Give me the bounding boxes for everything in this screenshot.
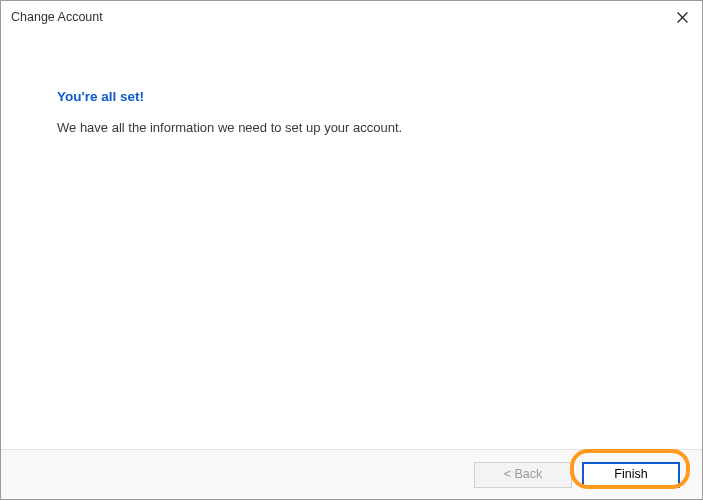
dialog-title: Change Account (11, 10, 103, 24)
close-icon (677, 12, 688, 23)
success-description: We have all the information we need to s… (57, 120, 646, 135)
dialog-content: You're all set! We have all the informat… (1, 33, 702, 449)
close-button[interactable] (662, 1, 702, 33)
back-button: < Back (474, 462, 572, 488)
dialog-footer: < Back Finish (1, 449, 702, 499)
titlebar: Change Account (1, 1, 702, 33)
finish-button[interactable]: Finish (582, 462, 680, 488)
change-account-dialog: Change Account You're all set! We have a… (0, 0, 703, 500)
success-heading: You're all set! (57, 89, 646, 104)
